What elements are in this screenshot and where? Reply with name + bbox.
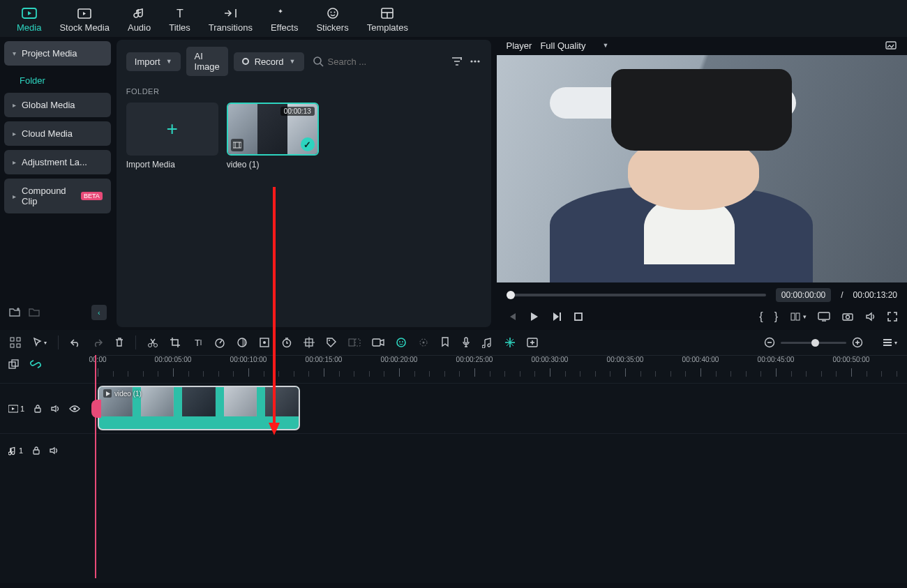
ai-tool-button[interactable] xyxy=(396,337,407,348)
tab-label: Stock Media xyxy=(59,22,110,33)
svg-point-11 xyxy=(314,57,321,64)
sidebar-sub-folder[interactable]: Folder xyxy=(4,70,111,93)
quality-dropdown[interactable]: Full Quality▼ xyxy=(540,40,608,51)
new-folder-button[interactable] xyxy=(8,307,21,318)
tab-transitions[interactable]: Transitions xyxy=(209,6,253,33)
hide-track-button[interactable] xyxy=(69,405,80,413)
audio-tool-button[interactable] xyxy=(482,337,493,348)
mark-out-button[interactable]: } xyxy=(774,310,778,323)
fullscreen-button[interactable] xyxy=(887,312,897,322)
svg-point-13 xyxy=(470,60,472,62)
tab-media[interactable]: Media xyxy=(17,6,41,33)
search-input[interactable] xyxy=(328,56,445,67)
tab-audio[interactable]: Audio xyxy=(128,6,151,33)
svg-text:T: T xyxy=(195,338,200,348)
track-display-button[interactable]: ▾ xyxy=(883,338,897,347)
tab-stickers[interactable]: Stickers xyxy=(316,6,348,33)
zoom-out-button[interactable] xyxy=(764,337,775,348)
crop-tool-button[interactable] xyxy=(170,337,181,348)
tab-label: Stickers xyxy=(316,22,348,33)
green-screen-button[interactable] xyxy=(259,337,270,348)
speed-button[interactable] xyxy=(214,337,225,348)
record-icon xyxy=(242,58,249,65)
undo-button[interactable] xyxy=(70,338,81,347)
color-button[interactable] xyxy=(237,337,248,348)
chevron-right-icon: ▸ xyxy=(13,158,16,166)
tag-button[interactable] xyxy=(326,337,337,348)
crop-button[interactable]: ▾ xyxy=(789,312,807,322)
display-button[interactable] xyxy=(818,312,830,322)
render-button[interactable] xyxy=(504,337,516,348)
text-tool-button[interactable]: T xyxy=(192,337,203,348)
select-tool-button[interactable]: ▾ xyxy=(32,337,47,348)
lock-track-button[interactable] xyxy=(31,446,41,455)
delete-button[interactable] xyxy=(114,337,124,348)
svg-rect-34 xyxy=(10,344,14,347)
chevron-down-icon: ▼ xyxy=(290,58,296,65)
clip-name: video (1) xyxy=(227,160,319,169)
sidebar-item-global-media[interactable]: ▸Global Media xyxy=(4,93,111,117)
effects-tool-button[interactable] xyxy=(418,337,429,348)
voiceover-button[interactable] xyxy=(461,337,471,348)
media-clip-tile[interactable]: 00:00:13 ✓ video (1) xyxy=(227,103,319,169)
mute-track-button[interactable] xyxy=(50,446,59,455)
marker-button[interactable] xyxy=(440,337,450,348)
svg-point-55 xyxy=(423,342,425,344)
playhead[interactable] xyxy=(95,355,96,578)
tab-label: Effects xyxy=(271,22,299,33)
tab-effects[interactable]: Effects xyxy=(271,6,299,33)
time-ruler[interactable]: 00:0000:00:05:0000:00:10:0000:00:15:0000… xyxy=(95,355,907,383)
mark-in-button[interactable]: { xyxy=(759,310,763,323)
svg-line-12 xyxy=(320,63,323,66)
sidebar-item-project-media[interactable]: ▾Project Media xyxy=(4,41,111,66)
video-tool-button[interactable] xyxy=(372,338,384,347)
ai-image-button[interactable]: AI Image xyxy=(186,47,228,76)
delete-folder-button[interactable] xyxy=(28,307,40,318)
keyframe-button[interactable] xyxy=(303,337,315,348)
filter-button[interactable] xyxy=(451,56,463,67)
import-media-tile[interactable]: + Import Media xyxy=(126,103,218,169)
zoom-slider[interactable] xyxy=(781,342,846,344)
redo-button[interactable] xyxy=(92,338,103,347)
chevron-down-icon: ▼ xyxy=(602,42,608,49)
snapshot-settings-button[interactable] xyxy=(885,40,897,51)
lock-track-button[interactable] xyxy=(33,404,43,414)
snapshot-button[interactable] xyxy=(841,312,854,322)
record-button[interactable]: Record▼ xyxy=(234,52,304,71)
prev-frame-button[interactable] xyxy=(507,312,518,322)
tab-stock-media[interactable]: Stock Media xyxy=(59,6,110,33)
stop-button[interactable] xyxy=(574,312,583,322)
collapse-sidebar-button[interactable]: ‹ xyxy=(91,305,107,320)
sidebar-item-compound-clip[interactable]: ▸Compound ClipBETA xyxy=(4,179,111,213)
duplicate-frame-button[interactable] xyxy=(8,359,20,370)
tab-label: Transitions xyxy=(209,22,253,33)
sidebar-item-cloud-media[interactable]: ▸Cloud Media xyxy=(4,121,111,146)
import-button[interactable]: Import▼ xyxy=(126,52,181,71)
split-button[interactable] xyxy=(147,337,158,348)
zoom-in-button[interactable] xyxy=(852,337,863,348)
svg-point-6 xyxy=(330,12,331,13)
play-button[interactable] xyxy=(529,312,540,322)
svg-marker-1 xyxy=(28,11,31,15)
volume-button[interactable] xyxy=(865,312,876,322)
chevron-right-icon: ▸ xyxy=(13,101,16,109)
preview-viewport[interactable] xyxy=(497,55,907,282)
link-button[interactable] xyxy=(29,359,42,369)
timeline-clip[interactable]: video (1) xyxy=(98,386,300,430)
mute-track-button[interactable] xyxy=(51,405,61,413)
duration-button[interactable] xyxy=(281,337,292,348)
sidebar-item-adjustment-layer[interactable]: ▸Adjustment La... xyxy=(4,150,111,174)
tab-titles[interactable]: T Titles xyxy=(169,6,190,33)
more-button[interactable] xyxy=(469,56,481,67)
beta-badge: BETA xyxy=(81,192,103,200)
scrubber[interactable] xyxy=(507,294,766,296)
layout-button[interactable] xyxy=(10,337,21,348)
tab-templates[interactable]: Templates xyxy=(367,6,408,33)
svg-point-42 xyxy=(263,341,266,344)
next-frame-button[interactable] xyxy=(551,312,562,322)
folder-heading: FOLDER xyxy=(126,87,481,96)
media-browser: Import▼ AI Image Record▼ FOLDER + Import… xyxy=(117,40,491,327)
svg-rect-56 xyxy=(465,338,467,343)
add-track-button[interactable] xyxy=(527,338,538,347)
motion-tracking-button[interactable] xyxy=(348,337,361,348)
